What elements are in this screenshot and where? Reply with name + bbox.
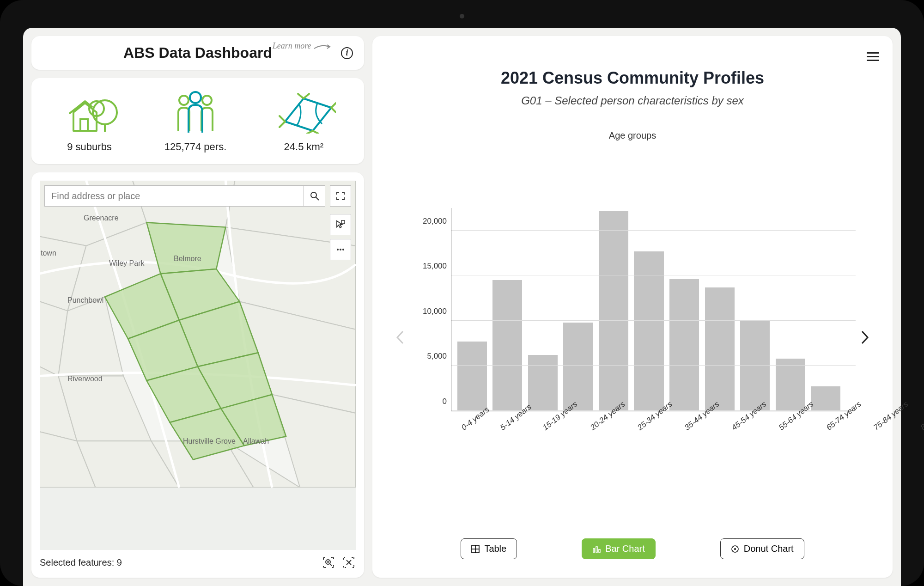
svg-point-13 — [342, 249, 344, 250]
chart-area: 05,00010,00015,00020,000 0-4 years5-14 y… — [409, 208, 856, 467]
svg-point-4 — [179, 96, 188, 105]
header-card: ABS Data Dashboard Learn more i — [31, 36, 364, 70]
gridline — [451, 275, 856, 275]
chart-title: Age groups — [391, 130, 874, 141]
search-input[interactable] — [45, 186, 304, 206]
map-label: Belmore — [174, 255, 201, 263]
map-area[interactable]: Greenacre town Wiley Park Belmore Punchb… — [40, 181, 356, 550]
fullscreen-icon — [336, 191, 345, 201]
table-button-label: Table — [484, 543, 506, 554]
panel-title: 2021 Census Community Profiles — [391, 68, 874, 88]
chart-bar[interactable] — [669, 279, 699, 411]
cursor-select-icon — [335, 220, 346, 230]
svg-rect-24 — [596, 547, 597, 552]
map-label: Allawah — [243, 437, 269, 446]
learn-more-text: Learn more — [273, 41, 311, 50]
donut-chart-button[interactable]: Donut Chart — [720, 538, 804, 559]
learn-more-label[interactable]: Learn more — [273, 42, 332, 50]
dots-icon — [336, 245, 345, 254]
svg-line-15 — [330, 564, 332, 566]
chart-bar[interactable] — [599, 211, 628, 411]
map-label: Greenacre — [84, 214, 119, 222]
menu-button[interactable] — [867, 50, 879, 63]
more-tools-button[interactable] — [330, 239, 351, 260]
svg-rect-10 — [341, 220, 345, 224]
zoom-select-icon — [322, 556, 334, 568]
bar-chart-button[interactable]: Bar Chart — [582, 538, 656, 559]
y-axis-tick: 0 — [414, 397, 447, 406]
svg-line-9 — [316, 197, 319, 200]
info-icon[interactable]: i — [341, 47, 353, 59]
bar-button-label: Bar Chart — [605, 543, 645, 554]
zoom-to-selection-button[interactable] — [322, 555, 335, 569]
select-tool-button[interactable] — [330, 214, 351, 235]
svg-rect-25 — [599, 549, 600, 552]
plot-region: 05,00010,00015,00020,000 — [451, 208, 846, 411]
x-labels: 0-4 years5-14 years15-19 years20-24 year… — [451, 416, 846, 467]
gridline — [451, 365, 856, 366]
app-title: ABS Data Dashboard — [123, 44, 272, 61]
right-panel: 2021 Census Community Profiles G01 – Sel… — [372, 36, 893, 578]
bars-row — [451, 208, 846, 411]
svg-rect-0 — [80, 119, 88, 131]
clear-select-icon — [343, 556, 355, 568]
chevron-right-icon — [860, 330, 869, 345]
prev-chart-button[interactable] — [391, 324, 409, 351]
svg-point-27 — [734, 548, 736, 550]
chart-bar[interactable] — [457, 342, 487, 411]
svg-point-5 — [202, 96, 212, 105]
chart-bar[interactable] — [528, 355, 558, 411]
y-axis-tick: 10,000 — [414, 307, 447, 316]
chart-bar[interactable] — [705, 287, 735, 411]
svg-point-6 — [190, 92, 201, 103]
map-label: town — [41, 249, 56, 257]
svg-point-8 — [311, 192, 316, 198]
area-icon — [271, 89, 336, 134]
search-box — [44, 185, 325, 207]
chart-bar[interactable] — [776, 359, 805, 411]
chart-type-buttons: Table Bar Chart Donut Chart — [391, 538, 874, 559]
chart-bar[interactable] — [492, 280, 522, 411]
stat-area-label: 24.5 km² — [284, 141, 324, 153]
chevron-left-icon — [395, 330, 405, 345]
map-footer: Selected features: 9 — [40, 550, 356, 569]
stats-card: 9 suburbs 125,774 pers. — [31, 78, 364, 164]
app-screen: ABS Data Dashboard Learn more i — [23, 28, 901, 586]
panel-subtitle: G01 – Selected person characteristics by… — [391, 94, 874, 107]
x-axis-label: 75-84 years — [872, 400, 924, 465]
svg-rect-23 — [593, 549, 595, 552]
bar-chart-icon — [592, 545, 601, 553]
table-icon — [471, 545, 480, 553]
search-row — [44, 185, 351, 207]
search-button[interactable] — [304, 186, 325, 206]
table-view-button[interactable]: Table — [461, 538, 517, 559]
search-icon — [310, 191, 319, 201]
clear-selection-button[interactable] — [342, 555, 356, 569]
stat-suburbs: 9 suburbs — [60, 89, 120, 153]
gridline — [451, 320, 856, 321]
map-label: Riverwood — [67, 375, 103, 383]
stat-area: 24.5 km² — [271, 89, 336, 153]
map-card: Greenacre town Wiley Park Belmore Punchb… — [31, 172, 364, 578]
left-column: ABS Data Dashboard Learn more i — [31, 36, 364, 578]
svg-point-11 — [337, 249, 339, 250]
map-side-tools — [330, 214, 351, 260]
y-axis-tick: 5,000 — [414, 352, 447, 361]
device-frame: ABS Data Dashboard Learn more i — [0, 0, 924, 586]
svg-point-12 — [340, 249, 341, 250]
hamburger-icon — [867, 52, 879, 54]
stat-suburbs-label: 9 suburbs — [67, 141, 112, 153]
map-footer-tools — [322, 555, 356, 569]
chart-wrap: 05,00010,00015,00020,000 0-4 years5-14 y… — [391, 146, 874, 529]
people-icon — [170, 89, 221, 134]
donut-button-label: Donut Chart — [744, 543, 794, 554]
stat-persons: 125,774 pers. — [164, 89, 227, 153]
map-label: Wiley Park — [109, 259, 144, 268]
map-label: Hurstville Grove — [183, 437, 236, 446]
fullscreen-button[interactable] — [330, 185, 351, 207]
map-label: Punchbowl — [67, 296, 103, 305]
chart-bar[interactable] — [563, 323, 593, 411]
donut-chart-icon — [731, 545, 739, 553]
next-chart-button[interactable] — [856, 324, 874, 351]
selected-features-label: Selected features: 9 — [40, 557, 122, 568]
